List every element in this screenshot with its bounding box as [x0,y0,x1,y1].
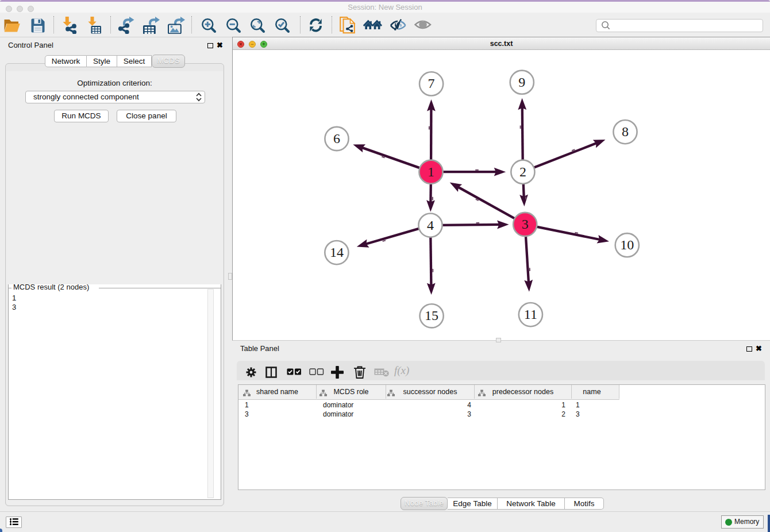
svg-text:9: 9 [518,75,525,90]
svg-text:1: 1 [428,164,434,179]
svg-text:4: 4 [427,218,434,233]
svg-text:10: 10 [620,237,634,252]
svg-text:6: 6 [333,131,340,146]
svg-text:15: 15 [425,308,438,323]
svg-text:14: 14 [330,245,344,260]
svg-text:8: 8 [622,124,629,139]
svg-text:7: 7 [428,76,435,91]
svg-text:2: 2 [519,164,526,179]
svg-text:3: 3 [522,217,529,232]
svg-text:11: 11 [524,307,537,322]
